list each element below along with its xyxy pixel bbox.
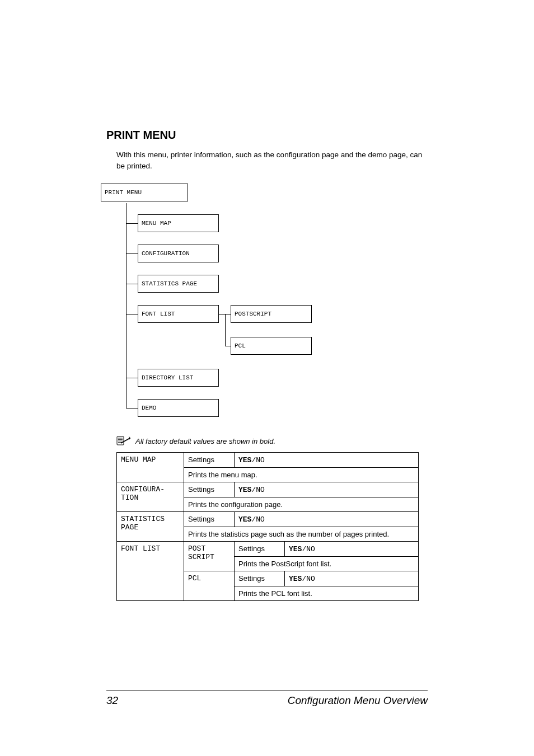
svg-rect-0: [117, 436, 124, 445]
tree-line: [126, 314, 138, 314]
row-label-font-list: FONT LIST: [117, 542, 184, 601]
settings-cell: Settings: [235, 571, 285, 586]
table-row: FONT LIST POSTSCRIPT Settings YES/NO: [117, 542, 419, 557]
note-row: All factory default values are shown in …: [116, 435, 428, 447]
desc-cell: Prints the configuration page.: [184, 497, 419, 512]
row-sub-pcl: PCL: [184, 571, 235, 601]
table-row: MENU MAP Settings YES/NO: [117, 453, 419, 468]
tree-line: [225, 346, 231, 346]
page-number: 32: [106, 694, 118, 707]
settings-cell: Settings: [184, 453, 235, 468]
tree-item-menu-map: MENU MAP: [138, 214, 219, 232]
tree-item-configuration: CONFIGURATION: [138, 245, 219, 262]
row-label-menu-map: MENU MAP: [117, 453, 184, 482]
tree-line: [225, 314, 226, 346]
value-cell: YES/NO: [235, 512, 419, 527]
value-cell: YES/NO: [285, 571, 419, 586]
footer-title: Configuration Menu Overview: [288, 694, 428, 707]
settings-cell: Settings: [184, 482, 235, 497]
tree-item-font-list: FONT LIST: [138, 305, 219, 323]
tree-line: [126, 408, 138, 408]
row-sub-postscript: POSTSCRIPT: [184, 542, 235, 571]
tree-line: [126, 253, 138, 254]
row-label-configuration: CONFIGURA-TION: [117, 482, 184, 512]
page-footer: 32 Configuration Menu Overview: [106, 691, 428, 707]
settings-cell: Settings: [184, 512, 235, 527]
settings-cell: Settings: [235, 542, 285, 557]
value-cell: YES/NO: [235, 453, 419, 468]
tree-item-statistics: STATISTICS PAGE: [138, 275, 219, 293]
note-icon: [116, 435, 131, 447]
value-cell: YES/NO: [235, 482, 419, 497]
table-row: CONFIGURA-TION Settings YES/NO: [117, 482, 419, 497]
desc-cell: Prints the statistics page such as the n…: [184, 527, 419, 542]
row-label-statistics: STATISTICSPAGE: [117, 512, 184, 542]
settings-table: MENU MAP Settings YES/NO Prints the menu…: [116, 452, 419, 601]
desc-cell: Prints the PCL font list.: [235, 586, 419, 601]
desc-cell: Prints the menu map.: [184, 468, 419, 482]
note-text: All factory default values are shown in …: [135, 437, 275, 445]
tree-item-directory-list: DIRECTORY LIST: [138, 369, 219, 387]
value-cell: YES/NO: [285, 542, 419, 557]
table-row: STATISTICSPAGE Settings YES/NO: [117, 512, 419, 527]
tree-item-demo: DEMO: [138, 399, 219, 417]
tree-root: PRINT MENU: [101, 184, 188, 201]
tree-item-postscript: POSTSCRIPT: [231, 305, 312, 323]
tree-line: [126, 284, 138, 284]
section-heading: PRINT MENU: [106, 129, 428, 142]
tree-item-pcl: PCL: [231, 337, 312, 355]
desc-cell: Prints the PostScript font list.: [235, 557, 419, 571]
intro-paragraph: With this menu, printer information, suc…: [116, 149, 428, 171]
tree-line: [126, 223, 138, 224]
tree-line: [225, 314, 231, 314]
tree-line: [126, 378, 138, 378]
menu-tree: PRINT MENU MENU MAP CONFIGURATION STATIS…: [101, 184, 428, 424]
